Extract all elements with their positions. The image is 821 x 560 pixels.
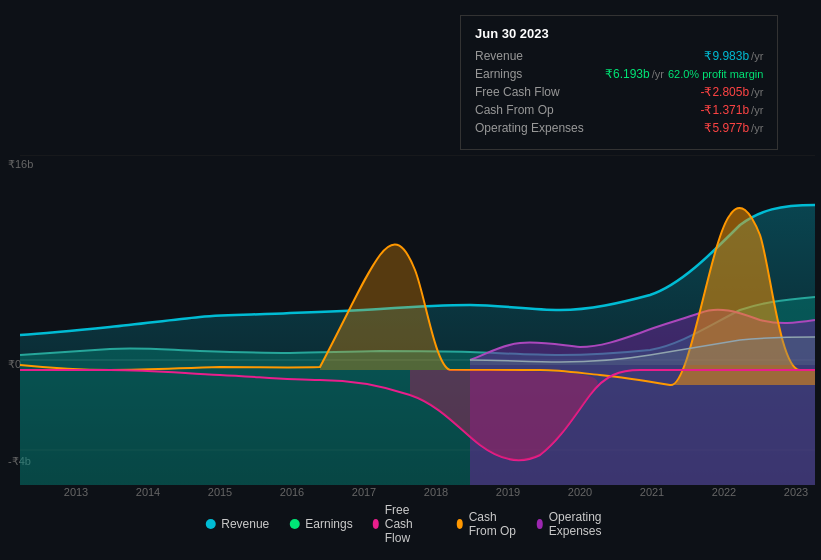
tooltip-value-revenue: ₹9.983b/yr [704,49,763,63]
chart-legend: Revenue Earnings Free Cash Flow Cash Fro… [205,503,616,545]
tooltip-box: Jun 30 2023 Revenue ₹9.983b/yr Earnings … [460,15,778,150]
legend-label-earnings: Earnings [305,517,352,531]
tooltip-date: Jun 30 2023 [475,26,763,41]
x-label-2015: 2015 [208,486,232,498]
legend-item-cashop[interactable]: Cash From Op [457,510,517,538]
chart-svg [20,155,815,485]
legend-dot-revenue [205,519,215,529]
legend-item-revenue[interactable]: Revenue [205,517,269,531]
legend-label-revenue: Revenue [221,517,269,531]
tooltip-value-earnings: ₹6.193b/yr62.0% profit margin [605,67,763,81]
tooltip-label-opex: Operating Expenses [475,121,585,135]
tooltip-label-fcf: Free Cash Flow [475,85,585,99]
tooltip-row-opex: Operating Expenses ₹5.977b/yr [475,121,763,135]
x-label-2021: 2021 [640,486,664,498]
tooltip-row-fcf: Free Cash Flow -₹2.805b/yr [475,85,763,99]
tooltip-row-cashop: Cash From Op -₹1.371b/yr [475,103,763,117]
x-label-2013: 2013 [64,486,88,498]
x-label-2018: 2018 [424,486,448,498]
legend-item-fcf[interactable]: Free Cash Flow [373,503,437,545]
legend-dot-fcf [373,519,379,529]
legend-dot-cashop [457,519,463,529]
legend-label-fcf: Free Cash Flow [385,503,437,545]
chart-container: Jun 30 2023 Revenue ₹9.983b/yr Earnings … [0,0,821,560]
legend-item-opex[interactable]: Operating Expenses [537,510,616,538]
legend-dot-earnings [289,519,299,529]
tooltip-value-opex: ₹5.977b/yr [704,121,763,135]
x-label-2022: 2022 [712,486,736,498]
x-label-2023: 2023 [784,486,808,498]
legend-item-earnings[interactable]: Earnings [289,517,352,531]
tooltip-value-fcf: -₹2.805b/yr [700,85,763,99]
x-label-2016: 2016 [280,486,304,498]
x-label-2020: 2020 [568,486,592,498]
x-label-2019: 2019 [496,486,520,498]
tooltip-value-cashop: -₹1.371b/yr [700,103,763,117]
tooltip-row-earnings: Earnings ₹6.193b/yr62.0% profit margin [475,67,763,81]
tooltip-label-cashop: Cash From Op [475,103,585,117]
legend-dot-opex [537,519,543,529]
legend-label-cashop: Cash From Op [469,510,517,538]
x-label-2014: 2014 [136,486,160,498]
tooltip-row-revenue: Revenue ₹9.983b/yr [475,49,763,63]
legend-label-opex: Operating Expenses [549,510,616,538]
tooltip-label-revenue: Revenue [475,49,585,63]
tooltip-label-earnings: Earnings [475,67,585,81]
x-label-2017: 2017 [352,486,376,498]
